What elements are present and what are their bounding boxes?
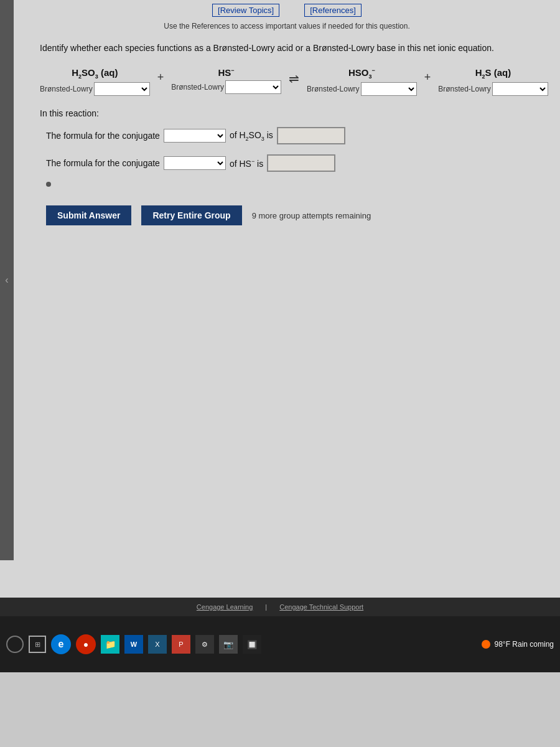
reaction-section: In this reaction: The formula for the co…: [40, 108, 541, 225]
buttons-row: Submit Answer Retry Entire Group 9 more …: [46, 205, 541, 225]
equilibrium-arrow: ⇌: [289, 70, 299, 86]
references-link[interactable]: [References]: [304, 4, 362, 17]
start-button[interactable]: [6, 636, 24, 653]
taskbar: Cengage Learning | Cengage Technical Sup…: [0, 598, 560, 672]
question-area: Identify whether each species functions …: [27, 35, 560, 238]
left-arrow-icon: ‹: [5, 275, 8, 286]
formula-h2s: H2S (aq): [475, 67, 511, 80]
settings-icon[interactable]: ⚙: [195, 635, 214, 654]
taskbar-bottom: ⊞ e ● 📁 W X P ⚙ 📷 🔲 98°F Rain coming: [0, 616, 560, 672]
cengage-bar: Cengage Learning | Cengage Technical Sup…: [0, 598, 560, 616]
bronsted-select-4[interactable]: acid base: [492, 82, 548, 96]
weather-dot: [482, 640, 490, 649]
weather-text: 98°F Rain coming: [494, 640, 554, 649]
species-hs: HS− Brønsted-Lowry acid base: [171, 67, 281, 94]
species-hso3: HSO3− Brønsted-Lowry acid base: [307, 67, 417, 96]
conjugate-prefix-2: The formula for the conjugate: [46, 158, 160, 168]
question-prompt: Identify whether each species functions …: [40, 42, 541, 55]
species-h2so3: H2SO3 (aq) Brønsted-Lowry acid base: [40, 67, 150, 96]
references-note: Use the References to access important v…: [14, 21, 560, 35]
attempts-text: 9 more group attempts remaining: [252, 211, 371, 220]
conjugate-of-1: of H2SO3 is: [230, 130, 273, 142]
conjugate-select-2[interactable]: acid base: [164, 156, 226, 170]
bullet-dot: [46, 182, 51, 187]
review-topics-link[interactable]: [Review Topics]: [212, 4, 279, 17]
word-icon[interactable]: W: [124, 635, 143, 654]
folder-icon[interactable]: 📁: [101, 635, 119, 654]
cengage-support-link[interactable]: Cengage Technical Support: [279, 603, 363, 611]
conjugate-of-2: of HS− is: [230, 158, 263, 169]
submit-button[interactable]: Submit Answer: [46, 205, 131, 225]
bronsted-label-2: Brønsted-Lowry: [171, 83, 224, 92]
conjugate-row-1: The formula for the conjugate acid base …: [46, 127, 541, 144]
formula-h2so3: H2SO3 (aq): [72, 67, 118, 80]
bronsted-label-3: Brønsted-Lowry: [307, 85, 360, 93]
bronsted-select-1[interactable]: acid base: [94, 82, 150, 96]
misc-icon-1[interactable]: 📷: [219, 635, 238, 654]
formula-hs: HS−: [218, 67, 235, 78]
retry-button[interactable]: Retry Entire Group: [141, 205, 241, 225]
conjugate-select-1[interactable]: acid base: [164, 129, 226, 143]
equation-row: H2SO3 (aq) Brønsted-Lowry acid base + HS…: [40, 67, 541, 96]
taskview-button[interactable]: ⊞: [29, 636, 46, 653]
conjugate-prefix-1: The formula for the conjugate: [46, 131, 160, 141]
misc-icon-2[interactable]: 🔲: [243, 635, 261, 654]
top-bar: [Review Topics] [References]: [14, 0, 560, 21]
powerpoint-icon[interactable]: P: [172, 635, 190, 654]
left-sidebar[interactable]: ‹: [0, 0, 14, 560]
bronsted-select-3[interactable]: acid base: [361, 82, 417, 96]
excel-icon[interactable]: X: [148, 635, 167, 654]
reaction-title: In this reaction:: [40, 108, 541, 118]
main-content: ‹ [Review Topics] [References] Use the R…: [0, 0, 560, 672]
conjugate-row-2: The formula for the conjugate acid base …: [46, 154, 541, 172]
plus-operator-2: +: [424, 70, 431, 84]
weather-info: 98°F Rain coming: [482, 640, 554, 649]
bronsted-label-4: Brønsted-Lowry: [438, 85, 491, 93]
chrome-icon[interactable]: ●: [76, 634, 96, 654]
footer-separator: |: [265, 603, 267, 611]
species-h2s: H2S (aq) Brønsted-Lowry acid base: [438, 67, 548, 96]
formula-hso3: HSO3−: [348, 67, 375, 80]
conjugate-answer-1[interactable]: [277, 127, 345, 144]
bronsted-label-1: Brønsted-Lowry: [40, 85, 93, 93]
bronsted-select-2[interactable]: acid base: [225, 80, 281, 94]
cengage-learning-link[interactable]: Cengage Learning: [197, 603, 253, 611]
conjugate-answer-2[interactable]: [267, 154, 335, 172]
plus-operator-1: +: [157, 70, 164, 84]
edge-icon[interactable]: e: [51, 634, 71, 654]
